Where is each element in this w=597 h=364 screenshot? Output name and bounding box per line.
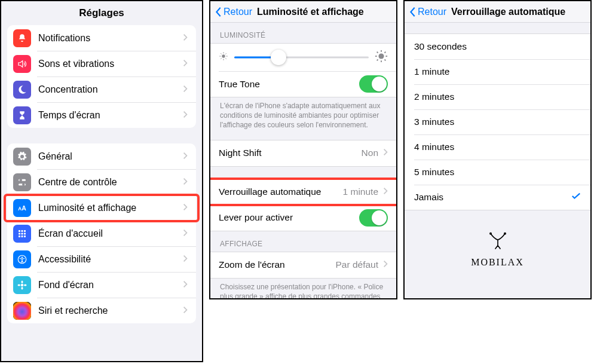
back-button[interactable]: Retour: [215, 7, 252, 17]
zoom-group: Zoom de l'écran Par défaut: [210, 252, 396, 279]
chevron-left-icon: [409, 7, 417, 17]
row-label: Centre de contrôle: [38, 177, 183, 188]
true-tone-row[interactable]: True Tone: [210, 71, 396, 97]
nav-header: Retour Luminosité et affichage: [210, 1, 396, 23]
settings-row-general[interactable]: Général: [7, 143, 196, 169]
svg-point-16: [22, 256, 23, 258]
chevron-right-icon: [183, 151, 188, 162]
svg-line-36: [377, 52, 378, 53]
chevron-right-icon: [183, 33, 188, 44]
settings-row-control-centre[interactable]: Centre de contrôle: [7, 169, 196, 195]
siri-icon: [13, 302, 31, 320]
settings-row-display[interactable]: AA Luminosité et affichage: [7, 195, 196, 221]
autolock-panel: Retour Verrouillage automatique 30 secon…: [403, 0, 592, 299]
autolock-option[interactable]: 1 minute: [405, 59, 590, 84]
zoom-footnote: Choisissez une présentation pour l'iPhon…: [210, 279, 396, 298]
option-label: Jamais: [414, 192, 571, 203]
hourglass-icon: [13, 106, 31, 124]
row-label: Temps d'écran: [38, 110, 183, 121]
svg-point-40: [489, 233, 492, 235]
svg-line-27: [221, 53, 221, 54]
svg-point-17: [21, 283, 24, 286]
settings-group-1: Notifications Sons et vibrations Concent…: [7, 25, 196, 128]
back-label: Retour: [418, 7, 446, 17]
sun-small-icon: [219, 51, 228, 63]
chevron-right-icon: [183, 110, 188, 121]
logo-text: MOBILAX: [405, 257, 590, 268]
svg-text:A: A: [18, 206, 22, 211]
grid-icon: [13, 225, 31, 243]
autolock-option[interactable]: 4 minutes: [405, 134, 590, 160]
mobilax-logo: MOBILAX: [405, 210, 590, 268]
chevron-right-icon: [183, 280, 188, 290]
svg-rect-7: [22, 230, 23, 232]
display-body: LUMINOSITÉ True Tone L'écran de l'iPhone…: [210, 23, 396, 298]
display-zoom-row[interactable]: Zoom de l'écran Par défaut: [210, 252, 396, 278]
chevron-right-icon: [383, 148, 388, 158]
svg-text:A: A: [22, 204, 26, 211]
flower-icon: [13, 276, 31, 294]
night-shift-group: Night Shift Non: [210, 140, 396, 167]
option-label: 1 minute: [414, 66, 581, 77]
lock-group: Verrouillage automatique 1 minute Lever …: [210, 179, 396, 231]
raise-wake-toggle[interactable]: [359, 209, 388, 227]
svg-point-31: [378, 53, 384, 59]
svg-rect-6: [19, 230, 20, 232]
autolock-option[interactable]: 30 secondes: [405, 34, 590, 59]
row-label: Siri et recherche: [38, 305, 183, 316]
row-label: Notifications: [38, 33, 183, 44]
settings-row-accessibility[interactable]: Accessibilité: [7, 246, 196, 272]
svg-point-18: [22, 280, 23, 283]
section-label-display: AFFICHAGE: [210, 231, 396, 252]
chevron-right-icon: [183, 254, 188, 265]
settings-row-sounds[interactable]: Sons et vibrations: [7, 51, 196, 77]
chevron-right-icon: [383, 186, 388, 197]
auto-lock-row[interactable]: Verrouillage automatique 1 minute: [210, 179, 396, 205]
raise-to-wake-row[interactable]: Lever pour activer: [210, 205, 396, 231]
settings-row-focus[interactable]: Concentration: [7, 77, 196, 102]
svg-rect-14: [24, 235, 26, 237]
settings-group-2: Général Centre de contrôle AA Luminosité…: [7, 143, 196, 323]
autolock-option-selected[interactable]: Jamais: [405, 185, 590, 210]
svg-rect-13: [22, 235, 23, 237]
svg-point-22: [222, 54, 225, 57]
page-title: Réglages: [1, 1, 202, 25]
sun-large-icon: [375, 50, 388, 65]
svg-rect-9: [19, 233, 20, 234]
svg-line-30: [225, 53, 226, 54]
brightness-footnote: L'écran de l'iPhone s'adapte automatique…: [210, 97, 396, 130]
autolock-option[interactable]: 5 minutes: [405, 160, 590, 185]
option-label: 4 minutes: [414, 142, 581, 152]
brightness-slider[interactable]: [234, 49, 369, 66]
settings-row-screentime[interactable]: Temps d'écran: [7, 102, 196, 128]
chevron-right-icon: [183, 305, 188, 316]
svg-rect-12: [19, 235, 20, 237]
svg-point-21: [24, 284, 27, 286]
slider-thumb[interactable]: [271, 50, 286, 65]
option-label: 30 secondes: [414, 41, 581, 52]
gear-icon: [13, 148, 31, 166]
autolock-list: 30 secondes 1 minute 2 minutes 3 minutes…: [405, 33, 590, 210]
settings-body: Notifications Sons et vibrations Concent…: [1, 25, 202, 339]
chevron-right-icon: [183, 203, 188, 213]
row-label: Accessibilité: [38, 254, 183, 265]
settings-row-wallpaper[interactable]: Fond d'écran: [7, 272, 196, 298]
night-shift-row[interactable]: Night Shift Non: [210, 140, 396, 166]
true-tone-toggle[interactable]: [359, 75, 388, 93]
row-value: 1 minute: [343, 186, 378, 197]
svg-line-39: [385, 52, 386, 53]
row-label: True Tone: [219, 79, 359, 90]
speaker-icon: [13, 55, 31, 73]
autolock-option[interactable]: 3 minutes: [405, 109, 590, 134]
settings-row-notifications[interactable]: Notifications: [7, 25, 196, 51]
row-label: Sons et vibrations: [38, 59, 183, 69]
moon-icon: [13, 81, 31, 99]
settings-row-home[interactable]: Écran d'accueil: [7, 221, 196, 246]
back-button[interactable]: Retour: [409, 7, 446, 17]
option-label: 2 minutes: [414, 91, 581, 102]
settings-row-siri[interactable]: Siri et recherche: [7, 298, 196, 323]
autolock-option[interactable]: 2 minutes: [405, 84, 590, 109]
row-label: Général: [38, 151, 183, 162]
page-title: Verrouillage automatique: [449, 7, 586, 17]
svg-point-3: [22, 183, 25, 186]
